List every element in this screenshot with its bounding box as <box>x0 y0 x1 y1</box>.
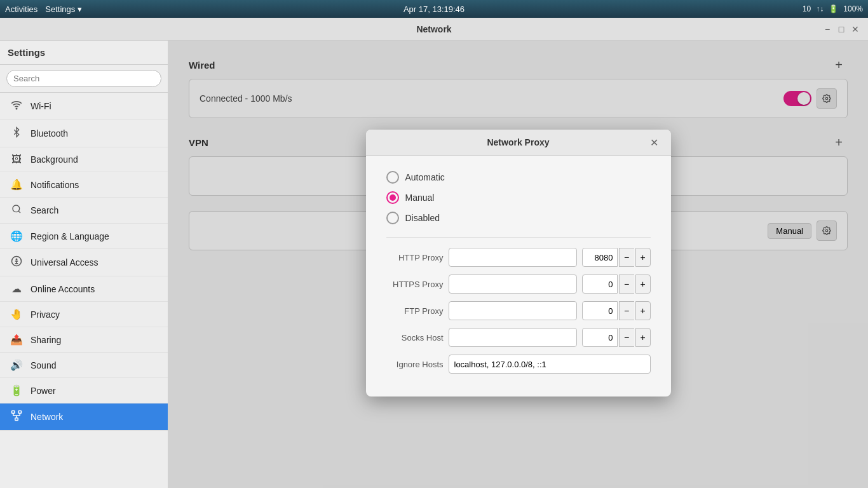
proxy-mode-manual[interactable]: Manual <box>386 191 651 204</box>
sidebar-item-privacy[interactable]: 🤚 Privacy <box>0 302 168 327</box>
privacy-icon: 🤚 <box>10 308 23 320</box>
http-proxy-label: HTTP Proxy <box>386 253 444 262</box>
sidebar-item-label-sharing: Sharing <box>31 335 61 345</box>
sidebar-item-sound[interactable]: 🔊 Sound <box>0 353 168 378</box>
socks-host-port-group: − + <box>582 328 651 347</box>
ftp-proxy-input[interactable] <box>449 301 577 320</box>
close-button[interactable]: ✕ <box>850 24 860 34</box>
topbar: Activities Settings ▾ Apr 17, 13:19:46 1… <box>0 0 868 18</box>
socks-host-row: Socks Host − + <box>386 328 651 347</box>
sidebar-search-container <box>0 65 168 93</box>
sharing-icon: 📤 <box>10 334 23 346</box>
dialog-titlebar: Network Proxy ✕ <box>366 130 671 156</box>
proxy-mode-automatic[interactable]: Automatic <box>386 171 651 184</box>
sidebar-item-label-privacy: Privacy <box>31 309 60 320</box>
sidebar-item-label-power: Power <box>31 386 56 396</box>
online-accounts-icon: ☁ <box>10 283 23 295</box>
sidebar-item-region[interactable]: 🌐 Region & Language <box>0 224 168 249</box>
proxy-fields: HTTP Proxy − + HTTPS Proxy <box>386 237 651 374</box>
disabled-radio-circle[interactable] <box>386 212 399 224</box>
http-proxy-port-increment[interactable]: + <box>635 248 651 267</box>
automatic-radio-circle[interactable] <box>386 171 399 184</box>
ignore-hosts-input[interactable] <box>449 355 651 374</box>
sidebar-item-label-online-accounts: Online Accounts <box>31 284 95 294</box>
https-proxy-port-input[interactable] <box>582 274 618 294</box>
window-titlebar: Network − □ ✕ <box>0 18 868 41</box>
main-content: Wired + Connected - 1000 Mb/s VPN + <box>168 41 868 488</box>
sidebar-item-sharing[interactable]: 📤 Sharing <box>0 327 168 353</box>
sidebar-item-label-background: Background <box>31 154 78 165</box>
https-proxy-input[interactable] <box>449 274 577 294</box>
sidebar-item-background[interactable]: 🖼 Background <box>0 147 168 172</box>
minimize-button[interactable]: − <box>822 24 832 34</box>
svg-line-2 <box>18 211 20 213</box>
dialog-body: Automatic Manual Disabled <box>366 156 671 396</box>
network-proxy-dialog: Network Proxy ✕ Automatic Manual <box>366 130 671 396</box>
proxy-mode-disabled[interactable]: Disabled <box>386 212 651 224</box>
ignore-hosts-label: Ignore Hosts <box>386 360 444 369</box>
battery-percentage: 100% <box>843 4 863 13</box>
automatic-radio-label: Automatic <box>405 172 445 182</box>
https-proxy-port-increment[interactable]: + <box>635 274 651 294</box>
svg-point-0 <box>16 108 17 109</box>
content-area: Settings Wi-Fi Bluetooth 🖼 Background <box>0 41 868 488</box>
ftp-proxy-port-input[interactable] <box>582 301 618 320</box>
http-proxy-row: HTTP Proxy − + <box>386 248 651 267</box>
sidebar-item-label-sound: Sound <box>31 360 56 370</box>
ftp-proxy-row: FTP Proxy − + <box>386 301 651 320</box>
socks-host-port-input[interactable] <box>582 328 618 347</box>
sidebar-item-label-search: Search <box>31 205 58 215</box>
network-sidebar-icon <box>10 410 23 424</box>
sidebar-title: Settings <box>0 41 168 65</box>
svg-point-1 <box>13 205 20 212</box>
bluetooth-icon <box>10 126 23 140</box>
background-icon: 🖼 <box>10 154 23 165</box>
ftp-proxy-port-decrement[interactable]: − <box>619 301 634 320</box>
sidebar-item-universal-access[interactable]: Universal Access <box>0 249 168 276</box>
proxy-mode-radio-group: Automatic Manual Disabled <box>386 171 651 224</box>
sidebar-item-label-universal-access: Universal Access <box>31 257 98 268</box>
http-proxy-port-decrement[interactable]: − <box>619 248 634 267</box>
svg-rect-8 <box>12 411 15 414</box>
sidebar-item-notifications[interactable]: 🔔 Notifications <box>0 172 168 198</box>
sidebar-item-label-wifi: Wi-Fi <box>31 101 51 111</box>
svg-point-4 <box>16 259 17 260</box>
topbar-right: 10 ↑↓ 🔋 100% <box>803 4 863 13</box>
http-proxy-input[interactable] <box>449 248 577 267</box>
settings-menu[interactable]: Settings ▾ <box>45 4 82 14</box>
sidebar-item-label-notifications: Notifications <box>31 180 79 190</box>
dialog-title: Network Proxy <box>389 137 648 147</box>
https-proxy-label: HTTPS Proxy <box>386 280 444 289</box>
sidebar-item-online-accounts[interactable]: ☁ Online Accounts <box>0 276 168 302</box>
dialog-close-button[interactable]: ✕ <box>648 136 661 149</box>
ftp-proxy-port-group: − + <box>582 301 651 320</box>
http-proxy-port-group: − + <box>582 248 651 267</box>
sidebar-item-power[interactable]: 🔋 Power <box>0 378 168 403</box>
manual-radio-circle[interactable] <box>386 191 399 204</box>
sidebar-item-wifi[interactable]: Wi-Fi <box>0 93 168 120</box>
https-proxy-row: HTTPS Proxy − + <box>386 274 651 294</box>
search-input[interactable] <box>6 70 161 87</box>
socks-host-port-increment[interactable]: + <box>635 328 651 347</box>
topbar-left: Activities Settings ▾ <box>5 4 82 14</box>
https-proxy-port-decrement[interactable]: − <box>619 274 634 294</box>
http-proxy-port-input[interactable] <box>582 248 618 267</box>
sidebar-item-label-bluetooth: Bluetooth <box>31 128 68 139</box>
maximize-button[interactable]: □ <box>836 24 846 34</box>
universal-access-icon <box>10 255 23 269</box>
https-proxy-port-group: − + <box>582 274 651 294</box>
battery-icon: 🔋 <box>829 4 838 13</box>
wifi-icon <box>10 99 23 113</box>
svg-rect-9 <box>18 411 22 414</box>
manual-radio-label: Manual <box>405 193 435 203</box>
search-sidebar-icon <box>10 204 23 217</box>
sound-icon: 🔊 <box>10 359 23 371</box>
window-controls: − □ ✕ <box>822 24 860 34</box>
sidebar-item-search[interactable]: Search <box>0 198 168 224</box>
sidebar-item-bluetooth[interactable]: Bluetooth <box>0 120 168 147</box>
sidebar-item-network[interactable]: Network <box>0 403 168 431</box>
ftp-proxy-port-increment[interactable]: + <box>635 301 651 320</box>
socks-host-port-decrement[interactable]: − <box>619 328 634 347</box>
socks-host-input[interactable] <box>449 328 577 347</box>
activities-button[interactable]: Activities <box>5 4 37 14</box>
